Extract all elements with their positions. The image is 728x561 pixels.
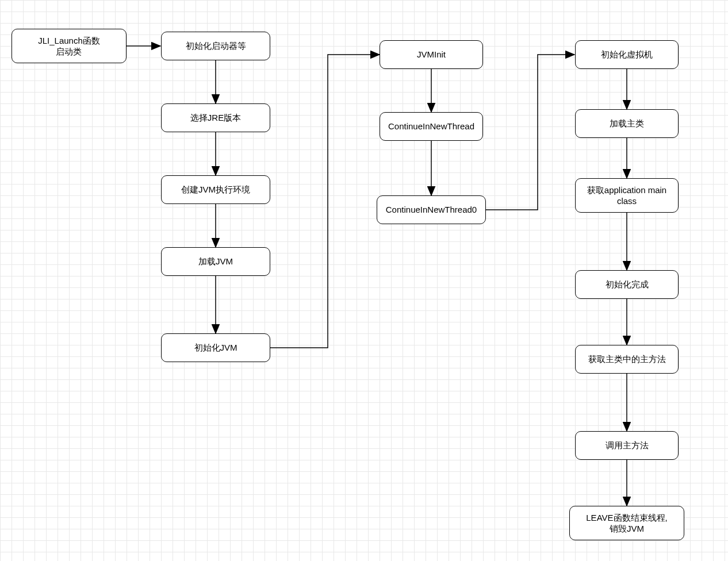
node-jvminit: JVMInit [380,40,483,69]
node-get-main-method: 获取主类中的主方法 [575,345,679,374]
node-create-jvm-env: 创建JVM执行环境 [161,175,270,204]
node-leave-destroy: LEAVE函数结束线程,销毁JVM [569,506,684,540]
node-invoke-main: 调用主方法 [575,431,679,460]
node-get-app-main-class: 获取application main class [575,178,679,213]
node-continue-new-thread: ContinueInNewThread [380,112,483,141]
node-jli-launch: JLI_Launch函数启动类 [12,29,127,63]
node-init-launcher: 初始化启动器等 [161,32,270,60]
node-continue-new-thread0: ContinueInNewThread0 [377,195,486,224]
node-select-jre: 选择JRE版本 [161,103,270,132]
node-load-main-class: 加载主类 [575,109,679,138]
node-init-complete: 初始化完成 [575,270,679,299]
node-load-jvm: 加载JVM [161,247,270,276]
node-init-vm: 初始化虚拟机 [575,40,679,69]
node-init-jvm: 初始化JVM [161,333,270,362]
